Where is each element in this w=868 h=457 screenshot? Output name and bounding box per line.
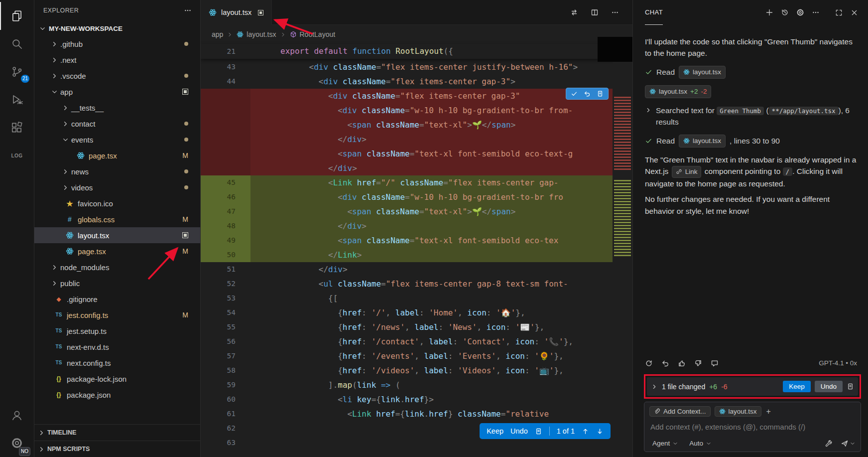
line-number[interactable] [201,147,250,161]
line-number[interactable]: 49 [201,233,250,248]
add-context-chip[interactable]: Add Context... [649,406,711,417]
sticky-line[interactable]: 21export default function RootLayout({ [201,44,632,59]
split-editor-icon[interactable] [588,5,601,19]
line-number[interactable]: 46 [201,190,250,204]
view-changed-files-icon[interactable] [847,383,854,390]
thumbs-down-icon[interactable] [694,359,702,367]
accept-change-icon[interactable] [571,90,578,97]
tree-item--tests-[interactable]: __tests__ [34,100,200,116]
link-chip[interactable]: Link [672,166,702,178]
code-line-44[interactable]: 44<div className="flex items-center gap-… [201,74,632,89]
chat-tab[interactable]: CHAT [645,0,663,25]
line-number[interactable]: 47 [201,204,250,219]
line-number[interactable] [201,161,250,175]
code-line-49[interactable]: 49<span className="text-xl font-semibold… [201,233,632,248]
open-changes-icon[interactable] [567,5,581,19]
line-number[interactable]: 59 [201,378,250,392]
tree-item-favicon-ico[interactable]: ★favicon.ico [34,195,200,211]
code-line-56[interactable]: 56{href: '/contact', label: 'Contact', i… [201,334,632,349]
minimap[interactable] [613,25,632,457]
code-line-54[interactable]: 54{href: '/', label: 'Home', icon: '🏠'}, [201,305,632,320]
activity-run-debug[interactable] [0,86,34,114]
line-number[interactable]: 52 [201,277,250,291]
tree-item-node-modules[interactable]: node_modules [34,259,200,275]
tree-item--github[interactable]: .github [34,36,200,52]
line-number[interactable]: 48 [201,219,250,233]
tree-item-next-config-ts[interactable]: TSnext.config.ts [34,355,200,371]
tree-item-package-json[interactable]: {}package.json [34,387,200,403]
send-button[interactable] [841,440,849,448]
code-line-55[interactable]: 55{href: '/news', label: 'News', icon: '… [201,320,632,334]
line-number[interactable] [201,89,250,103]
chat-input-placeholder[interactable]: Add context (#), extensions (@), command… [650,423,855,431]
chat-more-icon[interactable] [809,6,822,19]
activity-log[interactable]: LOG [0,142,34,169]
maximize-panel-icon[interactable] [832,6,846,19]
tree-item-page-tsx[interactable]: page.tsxM [34,148,200,163]
discard-change-icon[interactable] [584,90,591,97]
comment-icon[interactable] [711,359,719,367]
code-line-46[interactable]: 46<div className="w-10 h-10 bg-gradient-… [201,190,632,204]
tree-item--vscode[interactable]: .vscode [34,68,200,84]
section-npm-scripts[interactable]: NPM SCRIPTS [34,441,200,457]
model-dropdown[interactable]: Auto [686,438,715,449]
keep-change-button[interactable]: Keep [487,427,503,435]
code-line-50[interactable]: 50</Link> [201,248,632,262]
code-line-53[interactable]: 53{[ [201,291,632,305]
tree-item-page-tsx[interactable]: page.tsxM [34,243,200,259]
activity-explorer[interactable] [0,2,34,30]
tree-item-layout-tsx[interactable]: layout.tsx [34,227,200,243]
tree-item-next-env-d-ts[interactable]: TSnext-env.d.ts [34,339,200,355]
search-tool-row[interactable]: Searched text for Green Thumb (**/app/la… [645,105,857,128]
tree-item-contact[interactable]: contact [34,116,200,132]
line-number[interactable]: 58 [201,363,250,378]
discard-icon[interactable] [661,359,669,367]
open-diff-icon[interactable] [535,428,542,435]
code-line-deleted[interactable]: <span className="text-xl">🌱</span> [201,118,632,132]
thumbs-up-icon[interactable] [678,359,686,367]
line-number[interactable]: 51 [201,262,250,277]
undo-button[interactable]: Undo [815,381,843,392]
line-number[interactable]: 56 [201,334,250,349]
tab-layout-tsx[interactable]: layout.tsx [201,0,272,25]
line-number[interactable]: 63 [201,436,250,450]
breadcrumb-app[interactable]: app [212,30,223,38]
line-number[interactable]: 54 [201,305,250,320]
code-line-58[interactable]: 58{href: '/videos', label: 'Videos', ico… [201,363,632,378]
activity-source-control[interactable]: 21 [0,58,34,86]
code-line-57[interactable]: 57{href: '/events', label: 'Events', ico… [201,349,632,363]
activity-search[interactable] [0,30,34,58]
keep-button[interactable]: Keep [783,381,811,392]
open-file-icon[interactable] [597,90,604,97]
workspace-root[interactable]: MY-NEW-WORKSPACE [34,21,200,36]
new-chat-icon[interactable] [762,6,776,19]
activity-extensions[interactable] [0,114,34,142]
line-number[interactable] [201,118,250,132]
chat-input-box[interactable]: Add Context... layout.tsx + Add context … [644,402,861,452]
add-attachment-button[interactable]: + [765,407,772,416]
sync-icon[interactable] [645,359,653,367]
line-number[interactable] [201,103,250,118]
mode-dropdown[interactable]: Agent [649,438,681,449]
code-line-43[interactable]: 43<div className="flex items-center just… [201,60,632,74]
code-line-60[interactable]: 60<li key={link.href}> [201,392,632,407]
tree-item-globals-css[interactable]: #globals.cssM [34,211,200,227]
next-change-icon[interactable] [596,428,604,435]
file-chip[interactable]: layout.tsx [679,135,726,148]
expand-changes-icon[interactable] [651,383,658,390]
chat-settings-icon[interactable] [793,6,807,19]
tree-item-jest-setup-ts[interactable]: TSjest.setup.ts [34,323,200,339]
code-line-59[interactable]: 59].map(link => ( [201,378,632,392]
tree-item-public[interactable]: public [34,275,200,291]
previous-change-icon[interactable] [582,428,589,435]
code-line-61[interactable]: 61<Link href={link.href} className="rela… [201,407,632,421]
editor-more-icon[interactable] [608,5,621,19]
tree-item--next[interactable]: .next [34,52,200,68]
code-line-45[interactable]: 45<Link href="/" className="flex items-c… [201,175,632,190]
undo-change-button[interactable]: Undo [510,427,528,435]
file-diff-chip[interactable]: layout.tsx+2-2 [645,85,711,98]
code-line-deleted[interactable]: <span className="text-xl font-semibold e… [201,147,632,161]
line-number[interactable]: 50 [201,248,250,262]
tree-item-package-lock-json[interactable]: {}package-lock.json [34,371,200,387]
activity-settings[interactable]: NO [0,429,34,457]
